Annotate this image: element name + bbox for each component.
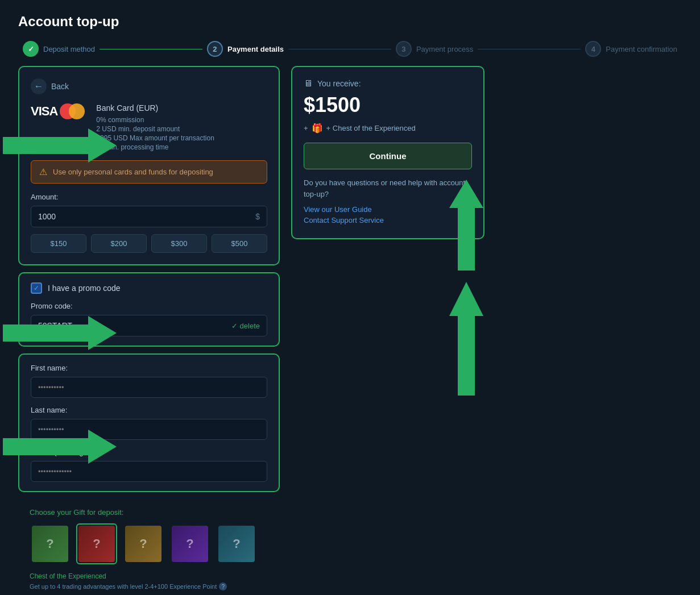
step-4: 4 Payment confirmation [585,41,677,57]
support-service-link[interactable]: Contact Support Service [304,216,472,224]
gift-item-2[interactable]: ? [76,523,117,564]
step-line-3 [478,49,581,49]
quick-amount-150[interactable]: $150 [31,234,86,253]
step-2: 2 Payment details [207,41,284,57]
promo-input-wrapper[interactable]: ✓ delete [31,315,267,336]
page-title: Account top-up [18,14,682,30]
visa-text: VISA [31,104,57,119]
right-panel: 🖥 You receive: $1500 + 🎁 + Chest of the … [291,66,484,595]
amount-label: Amount: [31,193,267,201]
promo-header: ✓ I have a promo code [31,282,267,294]
step-line-1 [100,49,202,49]
mc-circle-right [69,103,85,119]
plus-sign: + [304,124,308,132]
promo-checkbox[interactable]: ✓ [31,282,42,294]
gift-item-4[interactable]: ? [169,523,210,564]
gift-item-5[interactable]: ? [216,523,257,564]
step-3-circle: 3 [396,41,412,57]
checkmark-icon: ✓ [231,322,238,330]
step-4-label: Payment confirmation [606,45,677,53]
gift-section: Choose your Gift for deposit: ? ? ? ? ? [18,499,280,595]
step-line-2 [288,49,391,49]
delete-promo-button[interactable]: ✓ delete [231,322,260,330]
amount-input-wrapper[interactable]: $ [31,206,267,227]
back-button[interactable]: ← Back [31,78,69,94]
left-panel: ← Back VISA Bank Card (EUR) 0% commissio… [18,66,280,595]
step-3-label: Payment process [416,45,473,53]
quick-amount-200[interactable]: $200 [91,234,147,253]
receive-amount: $1500 [304,93,472,117]
promo-checkbox-label: I have a promo code [48,284,121,293]
gift-item-3[interactable]: ? [123,523,164,564]
step-1: ✓ Deposit method [23,41,95,57]
gift-item-3-inner: ? [125,526,161,562]
receive-card: 🖥 You receive: $1500 + 🎁 + Chest of the … [291,66,484,239]
commission-text: 0% commission [96,116,214,124]
warning-text: Use only personal cards and funds for de… [53,168,213,176]
user-guide-link[interactable]: View our User Guide [304,205,472,214]
continue-button[interactable]: Continue [304,143,472,169]
last-name-field: Last name: [31,406,267,440]
step-4-circle: 4 [585,41,601,57]
warning-icon: ⚠ [39,167,47,177]
first-name-input[interactable] [31,377,267,398]
step-1-label: Deposit method [43,45,95,53]
payment-method-card: ← Back VISA Bank Card (EUR) 0% commissio… [18,66,280,265]
mastercard-logo [60,103,85,119]
dollar-sign: $ [255,212,260,221]
gift-item-1[interactable]: ? [30,523,71,564]
receive-icon: 🖥 [304,78,313,89]
promo-code-card: ✓ I have a promo code Promo code: ✓ dele… [18,272,280,347]
gift-item-4-inner: ? [172,526,208,562]
last-name-label: Last name: [31,406,267,414]
chest-bonus: + 🎁 + Chest of the Experienced [304,123,472,134]
personal-info-card: First name: Last name: Phone (8-12 digit… [18,353,280,492]
step-2-circle: 2 [207,41,223,57]
phone-input[interactable] [31,461,267,482]
amount-input[interactable] [38,212,255,221]
step-1-circle: ✓ [23,41,39,57]
phone-label: Phone (8-12 digits): [31,448,267,456]
gift-item-2-inner: ? [78,526,115,562]
gift-item-1-inner: ? [32,526,68,562]
first-name-field: First name: [31,364,267,398]
min-deposit-text: 2 USD min. deposit amount [96,125,214,133]
gift-item-5-inner: ? [218,526,255,562]
warning-box: ⚠ Use only personal cards and funds for … [31,160,267,184]
gift-selected-name: Chest of the Experienced [30,572,268,580]
gift-items: ? ? ? ? ? [30,523,268,564]
payment-logo: VISA [31,103,85,119]
promo-input[interactable] [38,321,231,330]
step-3: 3 Payment process [396,41,473,57]
max-amount-text: 1095 USD Max amount per transaction [96,134,214,142]
gift-info-icon[interactable]: ? [219,582,227,590]
receive-header: 🖥 You receive: [304,78,472,89]
step-2-label: Payment details [227,45,284,53]
chest-icon: 🎁 [312,123,323,134]
back-arrow-icon: ← [31,78,47,94]
bank-card-title: Bank Card (EUR) [96,103,214,113]
gift-description: Get up to 4 trading advantages with leve… [30,582,268,590]
processing-text: ~1 min. processing time [96,143,214,151]
promo-field-label: Promo code: [31,302,267,310]
payment-details-text: Bank Card (EUR) 0% commission 2 USD min.… [96,103,214,151]
phone-field: Phone (8-12 digits): [31,448,267,482]
quick-amounts: $150 $200 $300 $500 [31,234,267,253]
quick-amount-300[interactable]: $300 [151,234,207,253]
help-text: Do you have questions or need help with … [304,177,472,199]
quick-amount-500[interactable]: $500 [212,234,267,253]
gift-title: Choose your Gift for deposit: [30,508,268,517]
payment-info-row: VISA Bank Card (EUR) 0% commission 2 USD… [31,103,267,151]
first-name-label: First name: [31,364,267,372]
last-name-input[interactable] [31,419,267,440]
steps-bar: ✓ Deposit method 2 Payment details 3 Pay… [18,41,682,57]
